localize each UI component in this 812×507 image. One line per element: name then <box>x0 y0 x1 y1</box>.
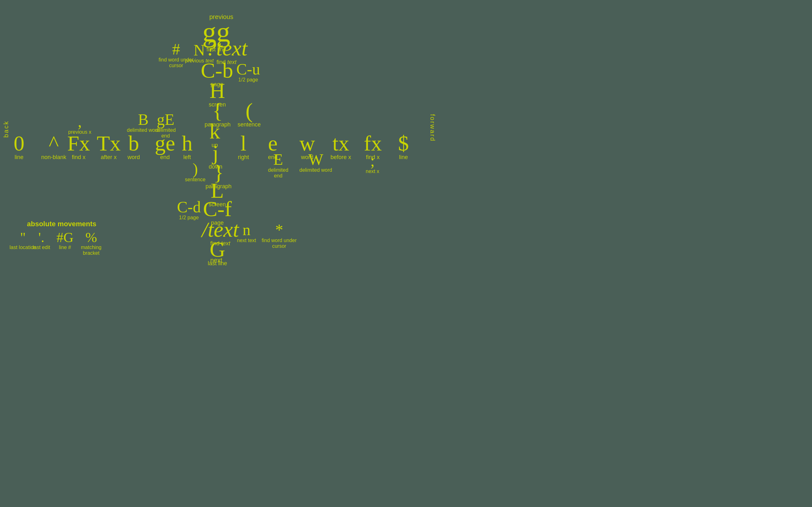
paren-open-label: sentence <box>238 121 261 128</box>
star-item: * find word undercursor <box>262 222 297 249</box>
tick-tick-item: '' last location <box>9 231 37 250</box>
hash-key: # <box>172 41 180 57</box>
E-key: E <box>273 152 283 167</box>
zero-key: 0 <box>14 132 24 154</box>
percent-key: % <box>85 231 97 245</box>
tx-item: tx before x <box>331 132 351 161</box>
percent-item: % matchingbracket <box>81 231 101 256</box>
B-key: B <box>138 112 148 127</box>
Cu-key: C-u <box>236 61 260 77</box>
semicolon-label: next x <box>366 169 379 174</box>
ge-item: ge end <box>155 132 175 161</box>
tick-dot-label: last edit <box>33 245 50 250</box>
H-key: H <box>209 80 225 101</box>
paren-close-key: ) <box>193 161 198 177</box>
tick-dot-key: '. <box>38 231 44 245</box>
forward-label: forward <box>429 114 436 142</box>
back-label: back <box>3 120 10 137</box>
W-item: W delimited word <box>299 152 332 173</box>
qtext-key: ?text <box>206 38 247 59</box>
B-item: B delimited word <box>127 112 159 133</box>
zero-item: 0 line <box>14 132 24 161</box>
tx-key: tx <box>333 132 349 154</box>
E-item: E delimitedend <box>268 152 288 179</box>
tx-label: before x <box>331 154 351 161</box>
abs-movements-label: absolute movements <box>27 220 96 228</box>
tick-tick-key: '' <box>20 231 26 245</box>
Fx-key: Fx <box>67 132 90 154</box>
n-item: n next text <box>237 222 256 243</box>
n-label: next text <box>237 238 256 243</box>
fx-key: fx <box>364 132 382 154</box>
Cd-label: 1/2 page <box>179 215 199 221</box>
caret-label: non-blank <box>41 154 66 161</box>
Tx-label: after x <box>101 154 117 161</box>
Cf-key: C-f <box>203 198 232 220</box>
dollar-item: $ line <box>398 132 409 161</box>
tick-dot-item: '. last edit <box>33 231 50 250</box>
Fx-label: find x <box>72 154 85 161</box>
comma-key: , <box>78 113 82 129</box>
gE-key: gE <box>157 112 174 127</box>
star-key: * <box>275 222 283 238</box>
paren-open-item: ( sentence <box>238 100 261 128</box>
Cu-item: C-u 1/2 page <box>236 61 260 83</box>
tick-tick-label: last location <box>9 245 37 250</box>
l-item: l right <box>238 132 249 161</box>
Tx-item: Tx after x <box>97 132 121 161</box>
W-label: delimited word <box>299 167 332 173</box>
paren-close-label: sentence <box>185 177 206 182</box>
Fx-item: Fx find x <box>67 132 90 161</box>
star-label: find word undercursor <box>262 238 297 249</box>
b-label: word <box>128 154 140 161</box>
ge-label: end <box>160 154 170 161</box>
N-key: N <box>194 42 205 58</box>
Cu-label: 1/2 page <box>238 77 258 83</box>
W-key: W <box>308 152 323 167</box>
next-bottom-label: next <box>210 257 222 264</box>
dollar-label: line <box>399 154 408 161</box>
h-key: h <box>182 132 193 154</box>
E-label: delimitedend <box>268 167 288 179</box>
paren-open-key: ( <box>246 100 253 121</box>
hashG-label: line # <box>59 245 71 250</box>
b-item: b word <box>128 132 140 161</box>
caret-item: ^ non-blank <box>41 132 66 161</box>
Cb-key: C-b <box>201 60 233 81</box>
hashG-key: #G <box>56 231 73 245</box>
semicolon-item: ; next x <box>366 153 379 174</box>
h-label: left <box>183 154 191 161</box>
k-key: k <box>209 120 220 142</box>
ge-key: ge <box>155 132 175 154</box>
percent-label: matchingbracket <box>81 245 101 256</box>
n-key: n <box>243 222 251 238</box>
l-label: right <box>238 154 249 161</box>
Cd-key: C-d <box>177 199 201 215</box>
zero-label: line <box>14 154 23 161</box>
brace-open-key: { <box>212 100 223 121</box>
slashtext-key: /text <box>202 219 239 240</box>
hashG-item: #G line # <box>56 231 73 250</box>
l-key: l <box>241 132 247 154</box>
semicolon-key: ; <box>370 153 374 169</box>
Cd-item: C-d 1/2 page <box>177 199 201 221</box>
caret-key: ^ <box>49 132 59 154</box>
Tx-key: Tx <box>97 132 121 154</box>
b-key: b <box>129 132 139 154</box>
h-item: h left <box>182 132 193 161</box>
dollar-key: $ <box>398 132 409 154</box>
paren-close-item: ) sentence <box>185 161 206 182</box>
